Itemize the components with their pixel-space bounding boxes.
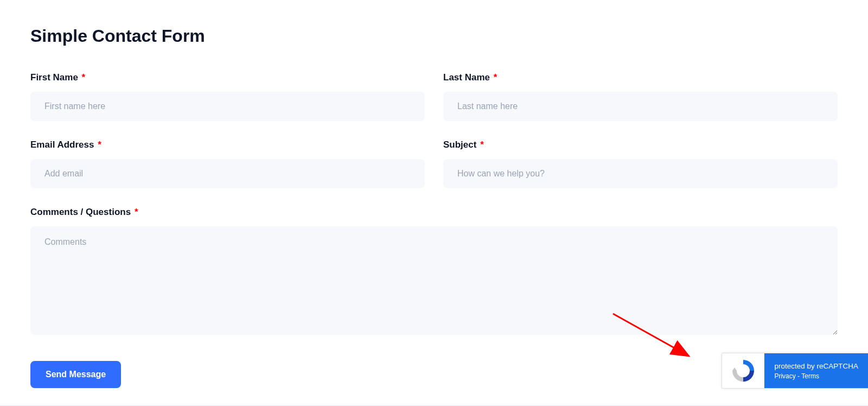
comments-group: Comments / Questions * [30,207,838,335]
form-row-1: First Name * Last Name * [30,72,838,121]
last-name-group: Last Name * [443,72,838,121]
comments-label-text: Comments / Questions [30,207,131,217]
recaptcha-badge[interactable]: protected by reCAPTCHA Privacy - Terms [722,353,868,389]
recaptcha-terms-link[interactable]: Terms [801,372,819,380]
subject-label: Subject * [443,139,838,150]
required-marker: * [82,72,86,83]
recaptcha-icon [730,358,756,384]
first-name-label-text: First Name [30,72,78,83]
last-name-input[interactable] [443,92,838,121]
comments-textarea[interactable] [30,226,838,335]
email-label: Email Address * [30,139,425,150]
subject-group: Subject * [443,139,838,188]
required-marker: * [480,139,484,150]
recaptcha-icon-wrap [722,353,764,388]
email-group: Email Address * [30,139,425,188]
comments-label: Comments / Questions * [30,207,838,218]
last-name-label-text: Last Name [443,72,490,83]
required-marker: * [494,72,497,83]
recaptcha-privacy-link[interactable]: Privacy [774,372,795,380]
submit-button[interactable]: Send Message [30,361,121,388]
recaptcha-text: protected by reCAPTCHA Privacy - Terms [764,353,868,388]
email-label-text: Email Address [30,139,94,150]
form-container: Simple Contact Form First Name * Last Na… [0,0,868,388]
subject-label-text: Subject [443,139,476,150]
email-input[interactable] [30,159,425,188]
recaptcha-separator: - [796,372,801,380]
recaptcha-links: Privacy - Terms [774,372,858,380]
last-name-label: Last Name * [443,72,838,83]
svg-marker-4 [732,367,737,371]
first-name-input[interactable] [30,92,425,121]
first-name-group: First Name * [30,72,425,121]
required-marker: * [98,139,101,150]
form-row-2: Email Address * Subject * [30,139,838,188]
form-row-3: Comments / Questions * [30,207,838,335]
page-title: Simple Contact Form [30,26,838,46]
first-name-label: First Name * [30,72,425,83]
required-marker: * [135,207,138,217]
subject-input[interactable] [443,159,838,188]
recaptcha-title: protected by reCAPTCHA [774,362,858,370]
